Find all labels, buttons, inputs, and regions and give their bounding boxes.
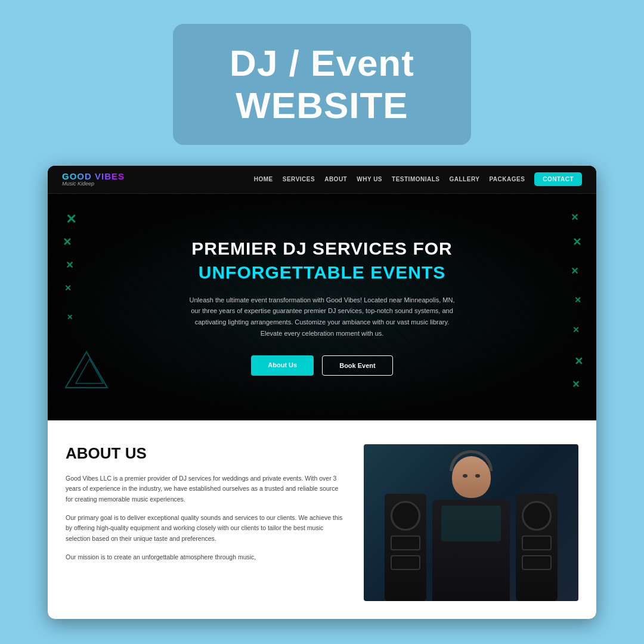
nav-packages[interactable]: PACKAGES xyxy=(489,176,525,182)
x-decoration: ✕ xyxy=(574,295,581,305)
x-decoration: ✕ xyxy=(572,236,581,249)
nav-contact-button[interactable]: CONTACT xyxy=(534,172,582,186)
nav-services[interactable]: SERVICES xyxy=(283,176,315,182)
speaker-left xyxy=(385,494,426,601)
about-para-1: Good Vibes LLC is a premier provider of … xyxy=(66,473,346,504)
logo: GOOD VIBES Music Kideep xyxy=(62,172,125,187)
about-section: ABOUT US Good Vibes LLC is a premier pro… xyxy=(48,420,596,619)
x-decoration: ✕ xyxy=(572,379,580,390)
hero-section: ✕ ✕ ✕ ✕ ✕ ✕ ✕ ✕ ✕ ✕ ✕ ✕ PREMIER DJ SERVI… xyxy=(48,194,596,420)
x-decoration: ✕ xyxy=(572,325,580,335)
about-us-button[interactable]: About Us xyxy=(251,355,314,376)
x-decoration: ✕ xyxy=(66,212,76,227)
top-banner: DJ / Event WEBSITE xyxy=(173,24,471,145)
banner-title: DJ / Event WEBSITE xyxy=(209,42,435,127)
speaker-right xyxy=(516,494,558,601)
nav-links: HOME SERVICES ABOUT WHY US TESTIMONIALS … xyxy=(254,172,582,186)
x-decoration: ✕ xyxy=(67,313,73,321)
about-para-2: Our primary goal is to deliver exception… xyxy=(66,513,346,544)
nav-testimonials[interactable]: TESTIMONIALS xyxy=(392,176,439,182)
logo-main: GOOD VIBES xyxy=(62,172,125,182)
arrow-decoration xyxy=(75,358,104,385)
hero-buttons: About Us Book Event xyxy=(251,355,392,376)
about-title: ABOUT US xyxy=(66,444,346,463)
x-decoration: ✕ xyxy=(571,212,578,223)
hero-title: PREMIER DJ SERVICES FOR xyxy=(191,239,453,259)
navbar: GOOD VIBES Music Kideep HOME SERVICES AB… xyxy=(48,166,596,194)
book-event-button[interactable]: Book Event xyxy=(322,355,393,376)
nav-why-us[interactable]: WHY US xyxy=(357,176,382,182)
x-decoration: ✕ xyxy=(574,355,583,368)
website-mockup: GOOD VIBES Music Kideep HOME SERVICES AB… xyxy=(48,166,596,619)
hero-description: Unleash the ultimate event transformatio… xyxy=(185,295,459,339)
x-decoration: ✕ xyxy=(571,265,578,277)
x-decoration: ✕ xyxy=(64,283,72,293)
x-decoration: ✕ xyxy=(63,236,72,249)
about-text: ABOUT US Good Vibes LLC is a premier pro… xyxy=(66,444,346,601)
svg-marker-1 xyxy=(76,359,103,383)
about-image xyxy=(364,444,578,601)
about-para-3: Our mission is to create an unforgettabl… xyxy=(66,552,346,562)
logo-sub: Music Kideep xyxy=(62,181,125,187)
nav-home[interactable]: HOME xyxy=(254,176,273,182)
dj-person xyxy=(432,456,510,601)
hero-subtitle: UNFORGETTABLE EVENTS xyxy=(199,262,445,283)
nav-gallery[interactable]: GALLERY xyxy=(450,176,480,182)
x-decoration: ✕ xyxy=(66,259,73,271)
nav-about[interactable]: ABOUT xyxy=(324,176,347,182)
